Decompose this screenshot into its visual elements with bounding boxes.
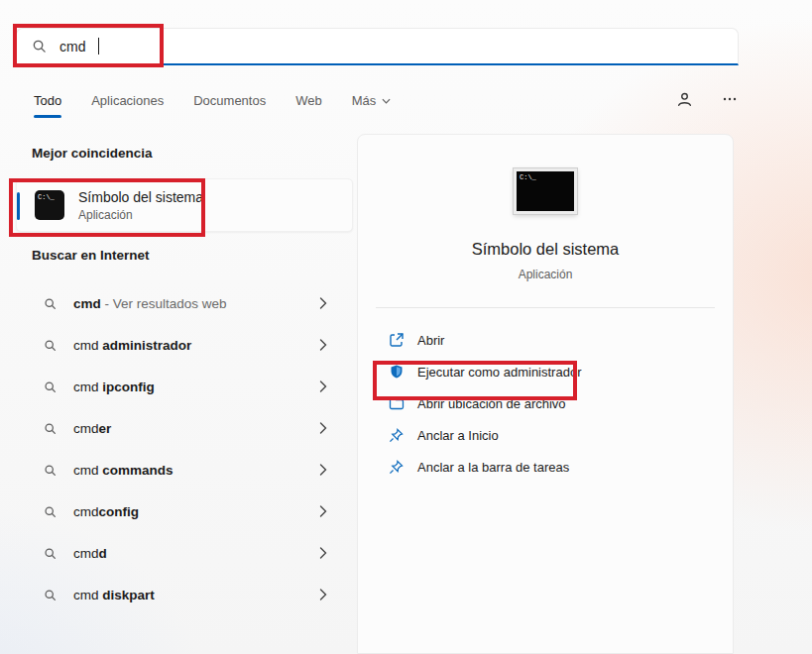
- search-query-text: cmd: [59, 39, 85, 54]
- search-icon: [40, 377, 59, 396]
- suggestion-text: cmdd: [73, 546, 107, 561]
- suggestion-text: cmd - Ver resultados web: [73, 296, 227, 311]
- chevron-right-icon[interactable]: [319, 505, 327, 517]
- search-icon: [40, 293, 59, 313]
- app-actions-list: Abrir Ejecutar como administrador Abrir …: [358, 324, 733, 483]
- web-suggestions-list: cmd - Ver resultados web cmd administrad…: [16, 282, 353, 615]
- action-open-file-location[interactable]: Abrir ubicación de archivo: [358, 387, 733, 419]
- header-actions: [674, 89, 740, 109]
- chevron-right-icon[interactable]: [319, 381, 327, 392]
- suggestion-text: cmder: [73, 421, 111, 436]
- chevron-right-icon[interactable]: [319, 339, 327, 351]
- search-icon: [40, 418, 59, 438]
- suggestion-text: cmd ipconfig: [73, 380, 155, 394]
- open-icon: [388, 332, 405, 348]
- action-open[interactable]: Abrir: [358, 324, 733, 356]
- tab-aplicaciones[interactable]: Aplicaciones: [89, 91, 166, 120]
- action-pin-to-start[interactable]: Anclar a Inicio: [358, 419, 733, 451]
- best-match-header: Mejor coincidencia: [16, 134, 353, 170]
- search-icon: [29, 37, 49, 56]
- search-suggestion[interactable]: cmd diskpart: [16, 574, 353, 615]
- suggestion-text: cmd commands: [73, 463, 174, 478]
- search-icon: [40, 460, 59, 480]
- search-suggestion[interactable]: cmd - Ver resultados web: [16, 282, 353, 324]
- best-match-result[interactable]: C:\_ Símbolo del sistema Aplicación: [16, 178, 353, 232]
- search-suggestion[interactable]: cmder: [16, 407, 353, 449]
- search-suggestion[interactable]: cmd administrador: [16, 324, 353, 366]
- search-suggestion[interactable]: cmdd: [16, 532, 353, 574]
- web-search-header: Buscar en Internet: [16, 232, 353, 269]
- account-icon[interactable]: [674, 89, 694, 109]
- search-icon: [40, 585, 59, 604]
- pin-icon: [388, 460, 405, 475]
- chevron-down-icon: [382, 98, 391, 104]
- suggestion-text: cmd diskpart: [73, 588, 155, 602]
- tab-todo[interactable]: Todo: [32, 91, 63, 120]
- chevron-right-icon[interactable]: [319, 547, 327, 559]
- command-prompt-icon: C:\_: [35, 190, 64, 220]
- search-suggestion[interactable]: cmd commands: [16, 449, 353, 490]
- command-prompt-icon-large: C:\_: [514, 168, 577, 214]
- tab-web[interactable]: Web: [293, 91, 324, 120]
- search-input[interactable]: cmd: [16, 28, 739, 65]
- divider: [376, 307, 715, 308]
- chevron-right-icon[interactable]: [319, 589, 327, 600]
- app-preview-panel: C:\_ Símbolo del sistema Aplicación Abri…: [357, 134, 734, 654]
- admin-shield-icon: [388, 364, 405, 380]
- search-icon: [40, 543, 59, 563]
- action-run-as-administrator[interactable]: Ejecutar como administrador: [358, 356, 733, 387]
- search-filter-tabs: Todo Aplicaciones Documentos Web Más: [32, 91, 393, 120]
- results-panel: Mejor coincidencia C:\_ Símbolo del sist…: [16, 134, 353, 615]
- search-suggestion[interactable]: cmdconfig: [16, 490, 353, 532]
- more-options-ellipsis-icon[interactable]: [720, 89, 740, 109]
- pin-icon: [388, 428, 405, 443]
- suggestion-text: cmd administrador: [73, 338, 191, 353]
- text-caret: [98, 38, 99, 54]
- chevron-right-icon[interactable]: [319, 297, 327, 309]
- tab-documentos[interactable]: Documentos: [191, 91, 268, 120]
- suggestion-text: cmdconfig: [73, 504, 139, 519]
- chevron-right-icon[interactable]: [319, 464, 327, 476]
- search-icon: [40, 501, 59, 521]
- app-subtitle: Aplicación: [519, 268, 573, 281]
- app-title: Símbolo del sistema: [472, 240, 620, 259]
- action-pin-to-taskbar[interactable]: Anclar a la barra de tareas: [358, 451, 733, 483]
- chevron-right-icon[interactable]: [319, 422, 327, 434]
- folder-icon: [388, 395, 405, 411]
- best-match-title: Símbolo del sistema: [78, 189, 203, 205]
- search-icon: [40, 335, 59, 355]
- search-suggestion[interactable]: cmd ipconfig: [16, 366, 353, 407]
- tab-mas[interactable]: Más: [350, 91, 394, 120]
- best-match-subtitle: Aplicación: [78, 208, 203, 222]
